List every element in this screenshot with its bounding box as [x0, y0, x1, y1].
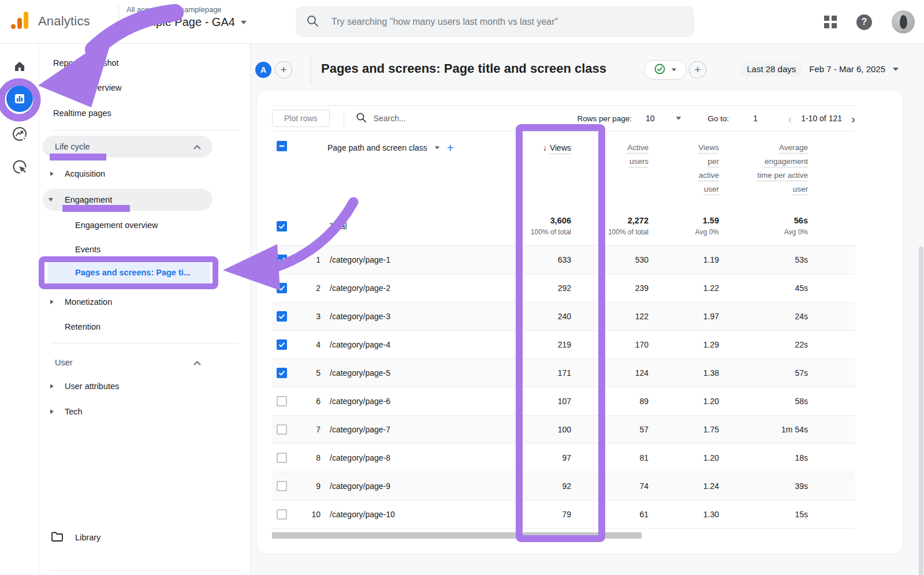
table-row: 4/category/page-42191701.2922s [272, 331, 855, 359]
global-search[interactable] [296, 6, 694, 37]
row-views: 240 [485, 312, 571, 321]
row-index: 10 [300, 510, 321, 519]
row-checkbox[interactable] [277, 368, 287, 378]
nav-item-acquisition[interactable]: Acquisition [39, 162, 251, 186]
chevron-up-icon[interactable] [193, 142, 201, 151]
nav-item-reports-snapshot[interactable]: Reports snapshot [39, 51, 251, 75]
nav-item-events[interactable]: Events [39, 237, 251, 262]
row-views: 219 [485, 340, 571, 349]
help-icon[interactable]: ? [856, 14, 872, 30]
add-report-button[interactable]: + [689, 61, 706, 79]
total-avg-engagement-time: 56s Avg 0% [719, 216, 808, 236]
breadcrumb-entity[interactable]: examplepage [177, 5, 222, 14]
row-checkbox[interactable] [277, 481, 287, 491]
row-views: 92 [485, 481, 571, 491]
chevron-down-icon [241, 21, 247, 24]
breadcrumb-account[interactable]: All accounts [126, 5, 167, 14]
row-checkbox[interactable] [277, 283, 287, 293]
chevron-down-icon[interactable] [676, 117, 681, 120]
nav-item-engagement-overview[interactable]: Engagement overview [39, 213, 251, 237]
plot-rows-button[interactable]: Plot rows [272, 110, 330, 127]
row-avg-engagement-time: 58s [719, 397, 808, 406]
add-comparison-button[interactable]: + [275, 61, 292, 79]
column-header-views[interactable]: ↓Views [485, 132, 571, 155]
nav-item-realtime-pages[interactable]: Realtime pages [39, 101, 251, 125]
table-search-input[interactable] [374, 114, 472, 123]
total-checkbox[interactable] [277, 221, 287, 232]
report-status-control[interactable] [644, 60, 687, 80]
reports-icon[interactable] [0, 86, 39, 111]
row-page-path: /category/page-5 [321, 368, 485, 378]
nav-item-realtime-overview[interactable]: Realtime overview [39, 76, 251, 100]
horizontal-scrollbar[interactable] [272, 532, 642, 539]
go-to-label: Go to: [708, 114, 729, 123]
row-checkbox[interactable] [277, 453, 287, 463]
nav-item-tech[interactable]: Tech [39, 399, 251, 424]
dimension-header[interactable]: Page path and screen class [327, 143, 427, 152]
rows-per-page-value[interactable]: 10 [646, 114, 655, 123]
nav-item-library[interactable]: Library [39, 525, 251, 550]
column-header-active-users[interactable]: Active users [571, 132, 649, 169]
table-row: 2/category/page-22922391.2245s [272, 274, 855, 303]
nav-item-monetization[interactable]: Monetization [39, 290, 251, 314]
row-checkbox[interactable] [277, 339, 287, 350]
workspace-avatar[interactable]: A [255, 62, 271, 78]
nav-item-retention[interactable]: Retention [39, 315, 251, 339]
row-index: 8 [300, 453, 321, 462]
table-total-row: Total 3,606 100% of total 2,272 100% of … [272, 207, 855, 246]
total-active-users: 2,272 100% of total [571, 216, 649, 236]
row-index: 2 [300, 283, 321, 293]
home-icon[interactable] [0, 54, 39, 79]
row-checkbox[interactable] [277, 255, 287, 265]
property-selector[interactable]: Example Page - GA4 [126, 16, 247, 29]
global-search-input[interactable] [331, 17, 678, 27]
column-header-avg-engagement-time[interactable]: Average engagement time per active user [719, 132, 808, 196]
row-checkbox[interactable] [277, 311, 287, 322]
select-all-checkbox[interactable] [277, 141, 287, 151]
row-index: 9 [300, 481, 321, 491]
ga4-screen: Analytics All accounts > examplepage Exa… [0, 0, 924, 575]
rows-per-page-label: Rows per page: [577, 114, 632, 123]
explore-icon[interactable] [0, 121, 39, 147]
row-checkbox[interactable] [277, 396, 287, 406]
apps-grid-icon[interactable] [824, 16, 837, 28]
add-dimension-icon[interactable]: + [447, 141, 454, 155]
column-header-views-per-active-user[interactable]: Views per active user [649, 132, 719, 196]
total-label: Total [321, 222, 485, 231]
date-range-picker[interactable]: Last 28 days Feb 7 - Mar 6, 2025 [741, 61, 899, 77]
table-header: Page path and screen class + ↓Views Acti… [272, 132, 855, 207]
breadcrumb-chevron-icon: > [170, 6, 173, 13]
chevron-down-icon[interactable] [435, 147, 439, 150]
expand-down-icon [49, 198, 53, 201]
expand-right-icon [50, 171, 54, 176]
nav-item-engagement[interactable]: Engagement [39, 188, 251, 212]
table-search[interactable] [356, 112, 472, 125]
nav-section-user[interactable]: User [39, 350, 251, 375]
row-views-per-active-user: 1.29 [649, 340, 719, 349]
row-avg-engagement-time: 24s [719, 312, 808, 321]
nav-section-life-cycle[interactable]: Life cycle [39, 135, 251, 159]
row-active-users: 124 [571, 368, 649, 378]
account-avatar[interactable] [892, 10, 915, 33]
nav-item-user-attributes[interactable]: User attributes [39, 374, 251, 398]
product-name: Analytics [38, 14, 90, 29]
go-to-value[interactable]: 1 [753, 114, 758, 123]
row-checkbox[interactable] [277, 509, 287, 520]
advertising-icon[interactable] [0, 154, 39, 180]
row-index: 1 [300, 255, 321, 264]
next-page-button[interactable]: › [851, 113, 855, 125]
row-checkbox[interactable] [277, 424, 287, 435]
row-avg-engagement-time: 39s [719, 481, 808, 491]
breadcrumb[interactable]: All accounts > examplepage [126, 5, 247, 14]
chevron-up-icon[interactable] [193, 358, 201, 367]
previous-page-button[interactable]: ‹ [788, 113, 792, 125]
nav-item-pages-and-screens[interactable]: Pages and screens: Page ti... [39, 260, 251, 285]
table-row: 1/category/page-16335301.1953s [272, 246, 855, 274]
row-index: 4 [300, 340, 321, 349]
row-active-users: 61 [571, 510, 649, 519]
row-views-per-active-user: 1.22 [649, 283, 719, 293]
vertical-scrollbar[interactable] [919, 247, 923, 575]
date-range: Feb 7 - Mar 6, 2025 [809, 64, 885, 74]
expand-right-icon [50, 384, 54, 389]
row-views: 100 [485, 425, 571, 434]
